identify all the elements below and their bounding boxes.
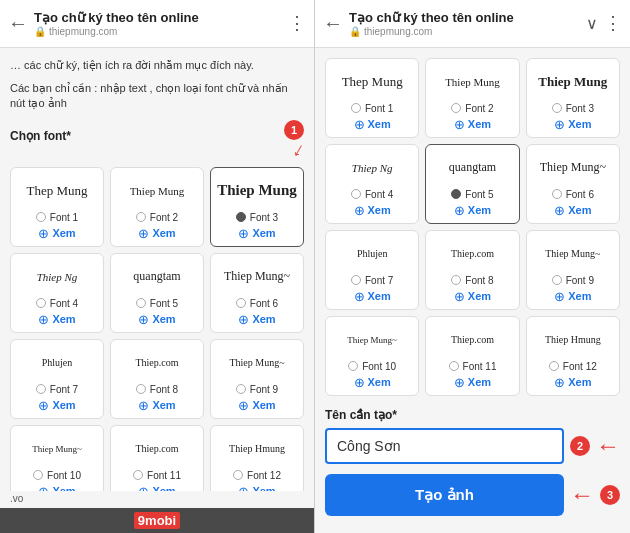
- view-label-8[interactable]: Xem: [152, 399, 175, 411]
- view-label-5[interactable]: Xem: [152, 313, 175, 325]
- right-font-card-3[interactable]: Thiep Mung Font 3 ⊕ Xem: [526, 58, 620, 138]
- right-view-label-12[interactable]: Xem: [568, 376, 591, 388]
- right-font-card-12[interactable]: Thiep Hmung Font 12 ⊕ Xem: [526, 316, 620, 396]
- right-font-card-7[interactable]: Phlujen Font 7 ⊕ Xem: [325, 230, 419, 310]
- right-view-label-8[interactable]: Xem: [468, 290, 491, 302]
- font-radio-4[interactable]: [36, 298, 46, 308]
- font-radio-2[interactable]: [136, 212, 146, 222]
- view-label-12[interactable]: Xem: [252, 485, 275, 491]
- right-font-radio-4[interactable]: [351, 189, 361, 199]
- input-section: Tên cần tạo* 2 → Tạo ảnh → 3: [325, 408, 620, 526]
- view-label-3[interactable]: Xem: [252, 227, 275, 239]
- font-card-8[interactable]: Thiep.com Font 8 ⊕ Xem: [110, 339, 204, 419]
- font-card-7[interactable]: Phlujen Font 7 ⊕ Xem: [10, 339, 104, 419]
- right-font-card-8[interactable]: Thiep.com Font 8 ⊕ Xem: [425, 230, 519, 310]
- font-card-11[interactable]: Thiep.com Font 11 ⊕ Xem: [110, 425, 204, 491]
- font-radio-8[interactable]: [136, 384, 146, 394]
- intro-text-1: … các chữ ký, tiện ích ra đời nhằm mục đ…: [10, 58, 304, 73]
- view-icon-12: ⊕: [238, 484, 249, 491]
- view-label-6[interactable]: Xem: [252, 313, 275, 325]
- font-card-4[interactable]: Thiep Ng Font 4 ⊕ Xem: [10, 253, 104, 333]
- right-font-preview-2: Thiep Mung: [431, 64, 513, 100]
- right-font-radio-6[interactable]: [552, 189, 562, 199]
- font-name-12: Font 12: [247, 470, 281, 481]
- right-font-card-10[interactable]: Thiep Mung~ Font 10 ⊕ Xem: [325, 316, 419, 396]
- right-view-label-6[interactable]: Xem: [568, 204, 591, 216]
- right-font-radio-12[interactable]: [549, 361, 559, 371]
- right-view-label-1[interactable]: Xem: [368, 118, 391, 130]
- view-label-9[interactable]: Xem: [252, 399, 275, 411]
- right-font-card-2[interactable]: Thiep Mung Font 2 ⊕ Xem: [425, 58, 519, 138]
- right-font-radio-7[interactable]: [351, 275, 361, 285]
- right-font-card-4[interactable]: Thiep Ng Font 4 ⊕ Xem: [325, 144, 419, 224]
- right-font-preview-12: Thiep Hmung: [532, 322, 614, 358]
- font-radio-11[interactable]: [133, 470, 143, 480]
- name-input[interactable]: [325, 428, 564, 464]
- create-button[interactable]: Tạo ảnh: [325, 474, 564, 516]
- font-card-3[interactable]: Thiep Mung Font 3 ⊕ Xem: [210, 167, 304, 247]
- view-label-10[interactable]: Xem: [52, 485, 75, 491]
- font-card-6[interactable]: Thiep Mung~ Font 6 ⊕ Xem: [210, 253, 304, 333]
- right-font-radio-8[interactable]: [451, 275, 461, 285]
- right-view-label-2[interactable]: Xem: [468, 118, 491, 130]
- font-radio-3[interactable]: [236, 212, 246, 222]
- text-input-row: 2 →: [325, 428, 620, 464]
- font-radio-10[interactable]: [33, 470, 43, 480]
- view-label-4[interactable]: Xem: [52, 313, 75, 325]
- right-view-label-10[interactable]: Xem: [368, 376, 391, 388]
- right-font-preview-1: Thep Mung: [331, 64, 413, 100]
- right-view-label-11[interactable]: Xem: [468, 376, 491, 388]
- right-view-label-4[interactable]: Xem: [368, 204, 391, 216]
- view-label-7[interactable]: Xem: [52, 399, 75, 411]
- right-font-card-5[interactable]: quangtam Font 5 ⊕ Xem: [425, 144, 519, 224]
- right-font-name-9: Font 9: [566, 275, 594, 286]
- menu-button-left[interactable]: ⋮: [288, 12, 306, 34]
- right-font-card-1[interactable]: Thep Mung Font 1 ⊕ Xem: [325, 58, 419, 138]
- right-view-icon-7: ⊕: [354, 289, 365, 304]
- view-label-11[interactable]: Xem: [152, 485, 175, 491]
- right-font-radio-9[interactable]: [552, 275, 562, 285]
- right-font-preview-3: Thiep Mung: [532, 64, 614, 100]
- menu-button-right[interactable]: ⋮: [604, 12, 622, 34]
- font-name-9: Font 9: [250, 384, 278, 395]
- right-view-label-7[interactable]: Xem: [368, 290, 391, 302]
- back-button-left[interactable]: ←: [8, 12, 28, 35]
- right-font-preview-4: Thiep Ng: [331, 150, 413, 186]
- font-card-10[interactable]: Thiep Mung~ Font 10 ⊕ Xem: [10, 425, 104, 491]
- right-font-card-9[interactable]: Thiep Mung~ Font 9 ⊕ Xem: [526, 230, 620, 310]
- right-font-radio-11[interactable]: [449, 361, 459, 371]
- right-view-icon-5: ⊕: [454, 203, 465, 218]
- font-card-1[interactable]: Thep Mung Font 1 ⊕ Xem: [10, 167, 104, 247]
- right-font-radio-1[interactable]: [351, 103, 361, 113]
- font-radio-9[interactable]: [236, 384, 246, 394]
- font-radio-12[interactable]: [233, 470, 243, 480]
- create-btn-row: Tạo ảnh → 3: [325, 474, 620, 516]
- font-radio-1[interactable]: [36, 212, 46, 222]
- font-radio-6[interactable]: [236, 298, 246, 308]
- right-view-label-5[interactable]: Xem: [468, 204, 491, 216]
- right-font-radio-10[interactable]: [348, 361, 358, 371]
- left-header: ← Tạo chữ ký theo tên online 🔒 thiepmung…: [0, 0, 314, 48]
- right-font-radio-5[interactable]: [451, 189, 461, 199]
- right-view-label-9[interactable]: Xem: [568, 290, 591, 302]
- right-font-card-6[interactable]: Thiep Mung~ Font 6 ⊕ Xem: [526, 144, 620, 224]
- view-label-2[interactable]: Xem: [152, 227, 175, 239]
- font-name-11: Font 11: [147, 470, 181, 481]
- view-icon-9: ⊕: [238, 398, 249, 413]
- expand-button[interactable]: ∨: [586, 14, 598, 33]
- font-preview-9: Thiep Mung~: [216, 345, 298, 381]
- font-radio-7[interactable]: [36, 384, 46, 394]
- font-card-5[interactable]: quangtam Font 5 ⊕ Xem: [110, 253, 204, 333]
- font-card-2[interactable]: Thiep Mung Font 2 ⊕ Xem: [110, 167, 204, 247]
- font-card-9[interactable]: Thiep Mung~ Font 9 ⊕ Xem: [210, 339, 304, 419]
- font-radio-5[interactable]: [136, 298, 146, 308]
- view-label-1[interactable]: Xem: [52, 227, 75, 239]
- left-content: … các chữ ký, tiện ích ra đời nhằm mục đ…: [0, 48, 314, 491]
- back-button-right[interactable]: ←: [323, 12, 343, 35]
- right-view-label-3[interactable]: Xem: [568, 118, 591, 130]
- right-font-card-11[interactable]: Thiep.com Font 11 ⊕ Xem: [425, 316, 519, 396]
- right-font-radio-3[interactable]: [552, 103, 562, 113]
- right-font-radio-2[interactable]: [451, 103, 461, 113]
- view-icon-10: ⊕: [38, 484, 49, 491]
- font-card-12[interactable]: Thiep Hmung Font 12 ⊕ Xem: [210, 425, 304, 491]
